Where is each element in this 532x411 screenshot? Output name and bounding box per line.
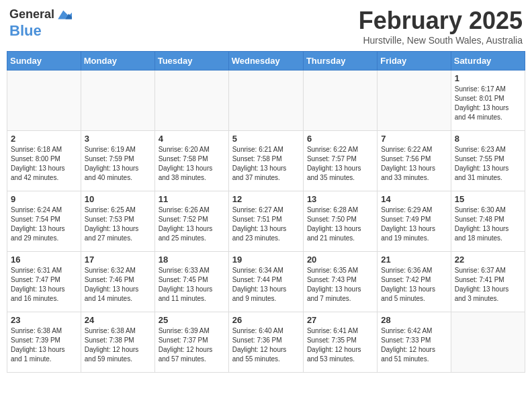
day-info: Sunrise: 6:35 AM Sunset: 7:43 PM Dayligh…: [307, 266, 373, 304]
calendar-cell: 25Sunrise: 6:39 AM Sunset: 7:37 PM Dayli…: [154, 312, 228, 373]
week-row-4: 16Sunrise: 6:31 AM Sunset: 7:47 PM Dayli…: [7, 252, 525, 312]
calendar-cell: 4Sunrise: 6:20 AM Sunset: 7:58 PM Daylig…: [154, 131, 228, 191]
week-row-2: 2Sunrise: 6:18 AM Sunset: 8:00 PM Daylig…: [7, 131, 525, 191]
logo-icon: [56, 7, 72, 23]
day-number: 10: [85, 194, 151, 204]
day-number: 21: [381, 255, 447, 265]
day-number: 6: [307, 134, 373, 144]
day-number: 22: [455, 255, 521, 265]
calendar-cell: 10Sunrise: 6:25 AM Sunset: 7:53 PM Dayli…: [81, 191, 154, 252]
calendar-cell: 3Sunrise: 6:19 AM Sunset: 7:59 PM Daylig…: [81, 131, 154, 191]
calendar-cell: 1Sunrise: 6:17 AM Sunset: 8:01 PM Daylig…: [451, 71, 525, 131]
day-number: 1: [455, 73, 521, 83]
day-info: Sunrise: 6:32 AM Sunset: 7:46 PM Dayligh…: [85, 266, 151, 304]
day-info: Sunrise: 6:21 AM Sunset: 7:58 PM Dayligh…: [232, 145, 300, 183]
day-number: 4: [159, 134, 225, 144]
col-header-friday: Friday: [378, 52, 451, 71]
day-number: 13: [307, 194, 373, 204]
calendar-cell: 12Sunrise: 6:27 AM Sunset: 7:51 PM Dayli…: [228, 191, 303, 252]
day-number: 3: [85, 134, 151, 144]
day-number: 12: [232, 194, 300, 204]
day-info: Sunrise: 6:26 AM Sunset: 7:52 PM Dayligh…: [159, 205, 225, 243]
day-info: Sunrise: 6:19 AM Sunset: 7:59 PM Dayligh…: [85, 145, 151, 183]
day-info: Sunrise: 6:36 AM Sunset: 7:42 PM Dayligh…: [381, 266, 447, 304]
day-number: 26: [232, 315, 300, 325]
calendar-cell: 20Sunrise: 6:35 AM Sunset: 7:43 PM Dayli…: [303, 252, 377, 312]
calendar-cell: 24Sunrise: 6:38 AM Sunset: 7:38 PM Dayli…: [81, 312, 154, 373]
day-info: Sunrise: 6:42 AM Sunset: 7:33 PM Dayligh…: [381, 326, 447, 364]
day-info: Sunrise: 6:37 AM Sunset: 7:41 PM Dayligh…: [455, 266, 521, 304]
day-info: Sunrise: 6:29 AM Sunset: 7:49 PM Dayligh…: [381, 205, 447, 243]
day-number: 8: [455, 134, 521, 144]
col-header-thursday: Thursday: [303, 52, 377, 71]
day-info: Sunrise: 6:38 AM Sunset: 7:38 PM Dayligh…: [85, 326, 151, 364]
day-number: 28: [381, 315, 447, 325]
calendar-cell: 2Sunrise: 6:18 AM Sunset: 8:00 PM Daylig…: [7, 131, 81, 191]
logo-blue-text: Blue: [9, 23, 42, 39]
day-info: Sunrise: 6:31 AM Sunset: 7:47 PM Dayligh…: [11, 266, 77, 304]
day-info: Sunrise: 6:22 AM Sunset: 7:57 PM Dayligh…: [307, 145, 373, 183]
day-info: Sunrise: 6:20 AM Sunset: 7:58 PM Dayligh…: [159, 145, 225, 183]
col-header-wednesday: Wednesday: [228, 52, 303, 71]
day-info: Sunrise: 6:23 AM Sunset: 7:55 PM Dayligh…: [455, 145, 521, 183]
day-number: 9: [11, 194, 77, 204]
col-header-sunday: Sunday: [7, 52, 81, 71]
day-info: Sunrise: 6:18 AM Sunset: 8:00 PM Dayligh…: [11, 145, 77, 183]
calendar-cell: [154, 71, 228, 131]
calendar-cell: 28Sunrise: 6:42 AM Sunset: 7:33 PM Dayli…: [378, 312, 451, 373]
calendar-cell: [228, 71, 303, 131]
calendar-cell: [81, 71, 154, 131]
day-info: Sunrise: 6:27 AM Sunset: 7:51 PM Dayligh…: [232, 205, 300, 243]
calendar-cell: 5Sunrise: 6:21 AM Sunset: 7:58 PM Daylig…: [228, 131, 303, 191]
month-title: February 2025: [359, 7, 523, 35]
calendar-cell: 14Sunrise: 6:29 AM Sunset: 7:49 PM Dayli…: [378, 191, 451, 252]
calendar-cell: 27Sunrise: 6:41 AM Sunset: 7:35 PM Dayli…: [303, 312, 377, 373]
calendar-cell: [451, 312, 525, 373]
day-number: 16: [11, 255, 77, 265]
calendar-cell: 6Sunrise: 6:22 AM Sunset: 7:57 PM Daylig…: [303, 131, 377, 191]
week-row-1: 1Sunrise: 6:17 AM Sunset: 8:01 PM Daylig…: [7, 71, 525, 131]
calendar-cell: 13Sunrise: 6:28 AM Sunset: 7:50 PM Dayli…: [303, 191, 377, 252]
day-info: Sunrise: 6:38 AM Sunset: 7:39 PM Dayligh…: [11, 326, 77, 364]
day-info: Sunrise: 6:17 AM Sunset: 8:01 PM Dayligh…: [455, 85, 521, 122]
logo-text: General: [9, 8, 54, 21]
day-info: Sunrise: 6:41 AM Sunset: 7:35 PM Dayligh…: [307, 326, 373, 364]
day-number: 17: [85, 255, 151, 265]
day-info: Sunrise: 6:34 AM Sunset: 7:44 PM Dayligh…: [232, 266, 300, 304]
calendar-cell: 15Sunrise: 6:30 AM Sunset: 7:48 PM Dayli…: [451, 191, 525, 252]
day-info: Sunrise: 6:40 AM Sunset: 7:36 PM Dayligh…: [232, 326, 300, 364]
calendar-cell: 16Sunrise: 6:31 AM Sunset: 7:47 PM Dayli…: [7, 252, 81, 312]
calendar-cell: [7, 71, 81, 131]
day-info: Sunrise: 6:28 AM Sunset: 7:50 PM Dayligh…: [307, 205, 373, 243]
week-row-5: 23Sunrise: 6:38 AM Sunset: 7:39 PM Dayli…: [7, 312, 525, 373]
calendar-cell: [303, 71, 377, 131]
calendar-cell: 7Sunrise: 6:22 AM Sunset: 7:56 PM Daylig…: [378, 131, 451, 191]
calendar-cell: 18Sunrise: 6:33 AM Sunset: 7:45 PM Dayli…: [154, 252, 228, 312]
col-header-tuesday: Tuesday: [154, 52, 228, 71]
page-header: General Blue February 2025 Hurstville, N…: [7, 7, 525, 46]
day-number: 7: [381, 134, 447, 144]
day-number: 2: [11, 134, 77, 144]
calendar-cell: 8Sunrise: 6:23 AM Sunset: 7:55 PM Daylig…: [451, 131, 525, 191]
day-number: 23: [11, 315, 77, 325]
calendar-cell: 9Sunrise: 6:24 AM Sunset: 7:54 PM Daylig…: [7, 191, 81, 252]
col-header-saturday: Saturday: [451, 52, 525, 71]
col-header-monday: Monday: [81, 52, 154, 71]
day-info: Sunrise: 6:22 AM Sunset: 7:56 PM Dayligh…: [381, 145, 447, 183]
calendar-cell: 21Sunrise: 6:36 AM Sunset: 7:42 PM Dayli…: [378, 252, 451, 312]
logo: General Blue: [9, 7, 72, 39]
calendar-cell: 17Sunrise: 6:32 AM Sunset: 7:46 PM Dayli…: [81, 252, 154, 312]
day-number: 24: [85, 315, 151, 325]
calendar-table: SundayMondayTuesdayWednesdayThursdayFrid…: [7, 51, 525, 373]
day-number: 5: [232, 134, 300, 144]
day-number: 20: [307, 255, 373, 265]
calendar-cell: 22Sunrise: 6:37 AM Sunset: 7:41 PM Dayli…: [451, 252, 525, 312]
calendar-cell: 23Sunrise: 6:38 AM Sunset: 7:39 PM Dayli…: [7, 312, 81, 373]
day-number: 19: [232, 255, 300, 265]
day-number: 25: [159, 315, 225, 325]
day-info: Sunrise: 6:30 AM Sunset: 7:48 PM Dayligh…: [455, 205, 521, 243]
day-info: Sunrise: 6:33 AM Sunset: 7:45 PM Dayligh…: [159, 266, 225, 304]
calendar-cell: 26Sunrise: 6:40 AM Sunset: 7:36 PM Dayli…: [228, 312, 303, 373]
day-number: 27: [307, 315, 373, 325]
day-number: 11: [159, 194, 225, 204]
